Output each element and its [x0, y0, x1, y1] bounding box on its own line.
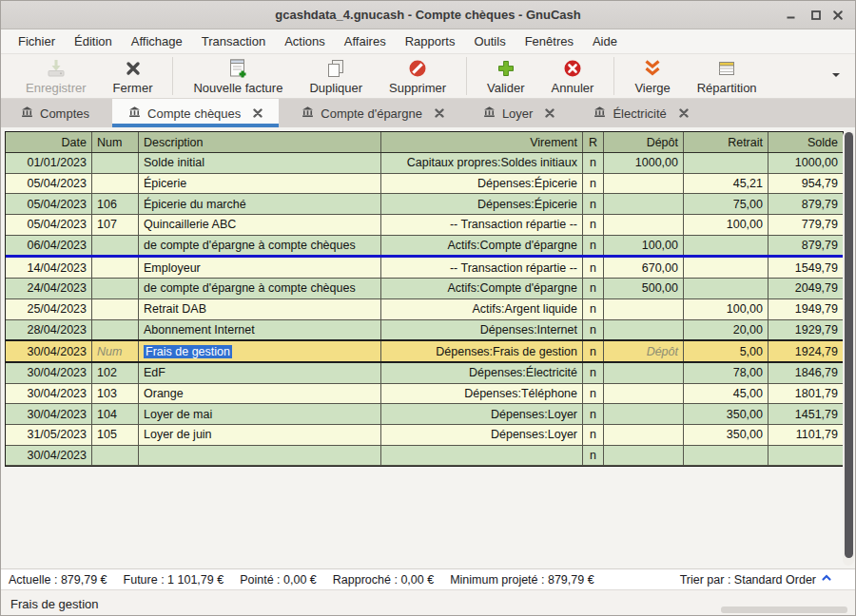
- toolbar-overflow-button[interactable]: [830, 67, 842, 85]
- cell-depot[interactable]: [604, 446, 684, 466]
- column-header-date[interactable]: Date: [6, 132, 92, 152]
- cell-retrait[interactable]: 350,00: [684, 404, 768, 424]
- cell-retrait[interactable]: 5,00: [684, 341, 768, 361]
- cell-reconcile[interactable]: n: [583, 153, 604, 173]
- cell-virement[interactable]: Dépenses:Loyer: [381, 425, 583, 445]
- column-header-description[interactable]: Description: [139, 132, 381, 152]
- scrollbar-thumb[interactable]: [845, 132, 853, 558]
- maximize-button[interactable]: [809, 9, 823, 22]
- menu-item-edition[interactable]: Édition: [65, 29, 122, 53]
- column-header-depot[interactable]: Dépôt: [604, 132, 684, 152]
- menu-item-fichier[interactable]: Fichier: [9, 29, 65, 53]
- cell-description[interactable]: Épicerie du marché: [139, 194, 381, 214]
- cell-reconcile[interactable]: n: [583, 384, 604, 404]
- register-row[interactable]: 24/04/2023de compte d'épargne à compte c…: [6, 279, 843, 299]
- cell-date[interactable]: 31/05/2023: [6, 425, 92, 445]
- cell-depot[interactable]: [604, 320, 684, 340]
- cell-solde[interactable]: 1101,79: [768, 425, 843, 445]
- toolbar-button-vierge[interactable]: Vierge: [621, 55, 683, 97]
- toolbar-button-nouvelle-facture[interactable]: Nouvelle facture: [180, 55, 296, 97]
- cell-retrait[interactable]: 20,00: [684, 320, 768, 340]
- cell-depot[interactable]: [604, 174, 684, 194]
- cell-solde[interactable]: 779,79: [768, 215, 843, 235]
- menu-item-rapports[interactable]: Rapports: [396, 29, 465, 53]
- cell-num[interactable]: [92, 279, 139, 298]
- cell-reconcile[interactable]: n: [583, 299, 604, 319]
- cell-reconcile[interactable]: n: [583, 174, 604, 194]
- cell-num[interactable]: [92, 153, 139, 173]
- cell-date[interactable]: 14/04/2023: [6, 258, 92, 278]
- cell-depot[interactable]: [604, 194, 684, 214]
- cell-date[interactable]: 06/04/2023: [6, 236, 92, 256]
- cell-virement[interactable]: Capitaux propres:Soldes initiaux: [381, 153, 583, 173]
- register-row[interactable]: 30/04/2023103OrangeDépenses:Téléphonen45…: [6, 384, 843, 405]
- menu-item-aide[interactable]: Aide: [583, 29, 627, 53]
- register-row[interactable]: 05/04/2023106Épicerie du marchéDépenses:…: [6, 194, 843, 215]
- cell-retrait[interactable]: 75,00: [684, 194, 768, 214]
- cell-date[interactable]: 30/04/2023: [6, 404, 92, 424]
- cell-depot[interactable]: 1000,00: [604, 153, 684, 173]
- register-row[interactable]: 30/04/2023104Loyer de maiDépenses:Loyern…: [6, 404, 843, 425]
- cell-date[interactable]: 30/04/2023: [6, 363, 92, 383]
- register-row[interactable]: 05/04/2023107Quincaillerie ABC-- Transac…: [6, 215, 843, 236]
- column-header-solde[interactable]: Solde: [768, 132, 843, 152]
- cell-depot[interactable]: 100,00: [604, 236, 684, 256]
- cell-retrait[interactable]: 100,00: [684, 215, 768, 235]
- cell-reconcile[interactable]: n: [583, 215, 604, 235]
- cell-description[interactable]: Employeur: [139, 258, 381, 278]
- cell-solde[interactable]: 1949,79: [768, 299, 843, 319]
- register-row[interactable]: 30/04/2023n: [6, 446, 843, 467]
- cell-description[interactable]: de compte d'épargne à compte chèques: [139, 236, 381, 256]
- menu-item-affaires[interactable]: Affaires: [335, 29, 396, 53]
- cell-date[interactable]: 05/04/2023: [6, 194, 92, 214]
- cell-reconcile[interactable]: n: [583, 425, 604, 445]
- cell-virement[interactable]: Dépenses:Internet: [381, 320, 583, 340]
- cell-retrait[interactable]: 45,21: [684, 174, 768, 194]
- cell-date[interactable]: 28/04/2023: [6, 320, 92, 340]
- cell-description[interactable]: Loyer de mai: [139, 404, 381, 424]
- cell-depot[interactable]: 670,00: [604, 258, 684, 278]
- cell-num[interactable]: Num: [92, 341, 139, 361]
- cell-depot[interactable]: [604, 384, 684, 404]
- cell-retrait[interactable]: [684, 153, 768, 173]
- cell-virement[interactable]: -- Transaction répartie --: [381, 258, 583, 278]
- cell-solde[interactable]: 879,79: [768, 236, 843, 256]
- cell-retrait[interactable]: 100,00: [684, 299, 768, 319]
- cell-solde[interactable]: 1549,79: [768, 258, 843, 278]
- cell-num[interactable]: [92, 174, 139, 194]
- cell-description[interactable]: Loyer de juin: [139, 425, 381, 445]
- cell-solde[interactable]: 879,79: [768, 194, 843, 214]
- menu-item-fenetres[interactable]: Fenêtres: [516, 29, 583, 53]
- tab-electricite[interactable]: Électricité: [577, 99, 704, 127]
- cell-num[interactable]: 104: [92, 404, 139, 424]
- cell-depot[interactable]: Dépôt: [604, 341, 684, 361]
- cell-virement[interactable]: [381, 446, 583, 466]
- cell-date[interactable]: 05/04/2023: [6, 174, 92, 194]
- tab-close-icon[interactable]: [435, 108, 444, 118]
- cell-solde[interactable]: 1801,79: [768, 384, 843, 404]
- cell-num[interactable]: 102: [92, 363, 139, 383]
- cell-num[interactable]: 105: [92, 425, 139, 445]
- register-row[interactable]: 05/04/2023ÉpicerieDépenses:Épicerien45,2…: [6, 174, 843, 195]
- tab-close-icon[interactable]: [545, 108, 554, 118]
- cell-virement[interactable]: Dépenses:Épicerie: [381, 194, 583, 214]
- cell-num[interactable]: [92, 320, 139, 340]
- cell-retrait[interactable]: [684, 236, 768, 256]
- cell-depot[interactable]: [604, 299, 684, 319]
- toolbar-button-repartition[interactable]: Répartition: [684, 55, 770, 97]
- cell-num[interactable]: [92, 236, 139, 256]
- cell-virement[interactable]: Actifs:Argent liquide: [381, 299, 583, 319]
- cell-virement[interactable]: Dépenses:Électricité: [381, 363, 583, 383]
- titlebar[interactable]: gcashdata_4.gnucash - Compte chèques - G…: [1, 1, 855, 29]
- register-row[interactable]: 06/04/2023de compte d'épargne à compte c…: [6, 236, 843, 259]
- register-row[interactable]: 30/04/2023NumFrais de gestionDépenses:Fr…: [6, 339, 843, 363]
- column-header-retrait[interactable]: Retrait: [684, 132, 768, 152]
- menu-item-outils[interactable]: Outils: [464, 29, 515, 53]
- cell-reconcile[interactable]: n: [583, 363, 604, 383]
- cell-retrait[interactable]: [684, 446, 768, 466]
- column-header-num[interactable]: Num: [92, 132, 139, 152]
- cell-num[interactable]: 106: [92, 194, 139, 214]
- tab-close-icon[interactable]: [679, 108, 689, 118]
- tab-loyer[interactable]: Loyer: [467, 99, 572, 127]
- cell-depot[interactable]: [604, 215, 684, 235]
